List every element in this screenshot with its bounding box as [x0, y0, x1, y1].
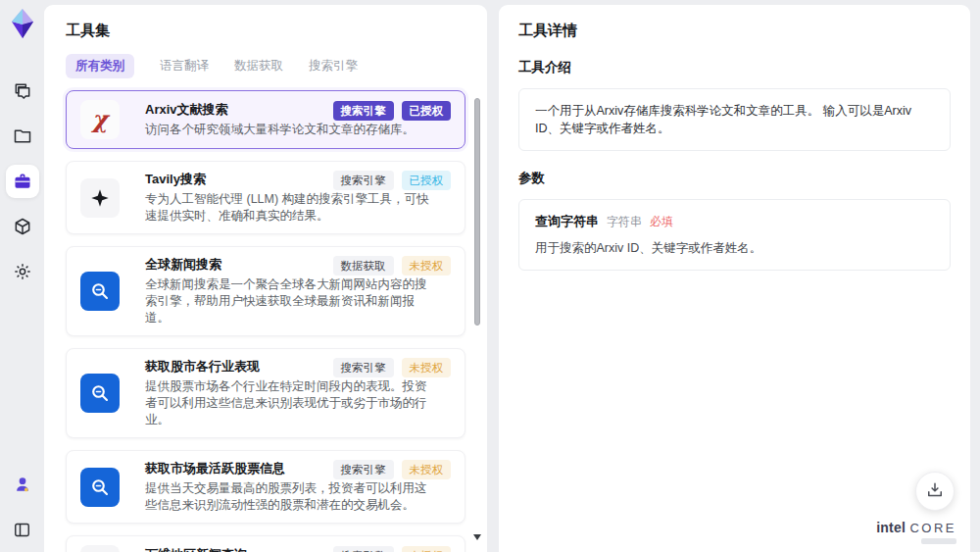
details-title: 工具详情	[518, 21, 951, 40]
category-tabs: 所有类别语言翻译数据获取搜索引擎	[66, 54, 466, 77]
sidebar-item-settings[interactable]	[6, 255, 39, 288]
tool-card[interactable]: 全球新闻搜索 数据获取 未授权 全球新闻搜索是一个聚合全球各大新闻网站内容的搜索…	[66, 246, 466, 336]
download-button[interactable]	[915, 472, 955, 511]
category-badge: 搜索引擎	[333, 101, 394, 121]
category-badge: 搜索引擎	[333, 358, 394, 377]
brand-core-text: CORE	[909, 521, 956, 535]
tool-list-panel: 工具集 所有类别语言翻译数据获取搜索引擎 χ Arxiv文献搜索 搜索引擎 已授…	[44, 5, 487, 552]
scrollbar-thumb[interactable]	[474, 98, 480, 326]
sidebar-item-packages[interactable]	[6, 210, 39, 243]
building-icon	[80, 545, 120, 552]
app-root: 工具集 所有类别语言翻译数据获取搜索引擎 χ Arxiv文献搜索 搜索引擎 已授…	[0, 0, 980, 552]
chat-icon	[13, 81, 32, 101]
param-type: 字符串	[607, 214, 642, 230]
tool-name: 全球新闻搜索	[145, 256, 221, 273]
cube-icon	[13, 217, 32, 236]
magnifier-app-icon	[80, 468, 120, 507]
category-badge: 搜索引擎	[333, 546, 394, 552]
sidebar	[0, 0, 44, 552]
intro-box: 一个用于从Arxiv存储库搜索科学论文和文章的工具。 输入可以是Arxiv ID…	[518, 88, 951, 151]
tool-card[interactable]: χ Arxiv文献搜索 搜索引擎 已授权 访问各个研究领域大量科学论文和文章的存…	[66, 90, 466, 149]
auth-status-badge: 未授权	[402, 546, 452, 552]
tool-card[interactable]: 获取股市各行业表现 搜索引擎 未授权 提供股票市场各个行业在特定时间段内的表现。…	[66, 348, 466, 438]
folder-icon	[13, 126, 32, 146]
sidebar-item-collapse[interactable]	[6, 513, 39, 546]
category-tab[interactable]: 语言翻译	[160, 54, 209, 78]
tool-card[interactable]: 万维地区新闻查询 搜索引擎 未授权 查询具体行政区划内的新闻，快速了解各地新闻动	[66, 535, 466, 552]
auth-status-badge: 已授权	[402, 101, 452, 121]
category-badge: 搜索引擎	[333, 460, 394, 479]
brand-intel-text: intel	[876, 520, 906, 535]
sparkle-icon	[80, 178, 120, 218]
user-icon	[13, 475, 32, 494]
sidebar-item-chat[interactable]	[6, 75, 39, 108]
tool-description: 提供当天交易量最高的股票列表，投资者可以利用这些信息来识别流动性强的股票和潜在的…	[145, 480, 431, 514]
tool-name: Arxiv文献搜索	[145, 101, 228, 118]
list-scrollbar[interactable]	[474, 91, 480, 542]
sidebar-item-toolbox[interactable]	[6, 165, 39, 198]
app-logo-icon	[8, 8, 37, 39]
category-badge: 搜索引擎	[333, 171, 394, 190]
tool-name: 获取市场最活跃股票信息	[145, 460, 285, 477]
category-badge: 数据获取	[333, 256, 394, 276]
auth-status-badge: 已授权	[402, 171, 452, 190]
tool-name: Tavily搜索	[145, 171, 206, 187]
magnifier-app-icon	[80, 272, 120, 311]
param-box: 查询字符串 字符串 必填 用于搜索的Arxiv ID、关键字或作者姓名。	[518, 199, 951, 271]
param-name: 查询字符串	[535, 213, 599, 230]
category-tab[interactable]: 数据获取	[234, 54, 283, 78]
magnifier-app-icon	[80, 374, 120, 413]
tool-list: χ Arxiv文献搜索 搜索引擎 已授权 访问各个研究领域大量科学论文和文章的存…	[66, 90, 466, 552]
brand-subtext-bar	[921, 538, 956, 544]
intro-text: 一个用于从Arxiv存储库搜索科学论文和文章的工具。 输入可以是Arxiv ID…	[535, 102, 934, 137]
page-title: 工具集	[66, 21, 466, 40]
intel-core-logo: intel CORE	[876, 520, 956, 544]
briefcase-icon	[13, 172, 32, 191]
category-tab[interactable]: 搜索引擎	[309, 54, 358, 78]
param-required-badge: 必填	[650, 214, 673, 230]
scrollbar-down-arrow-icon[interactable]	[473, 534, 481, 540]
intro-heading: 工具介绍	[518, 59, 951, 76]
tool-description: 全球新闻搜索是一个聚合全球各大新闻网站内容的搜索引擎，帮助用户快速获取全球最新资…	[145, 276, 431, 326]
auth-status-badge: 未授权	[402, 256, 452, 276]
content-panels: 工具集 所有类别语言翻译数据获取搜索引擎 χ Arxiv文献搜索 搜索引擎 已授…	[44, 0, 980, 552]
category-tab[interactable]: 所有类别	[66, 54, 134, 78]
download-icon	[925, 480, 945, 503]
sidebar-item-files[interactable]	[6, 120, 39, 153]
collapse-panel-icon	[13, 521, 31, 539]
sidebar-item-account[interactable]	[6, 468, 39, 501]
tool-description: 提供股票市场各个行业在特定时间段内的表现。投资者可以利用这些信息来识别表现优于或…	[145, 378, 431, 428]
arxiv-logo-icon: χ	[80, 100, 120, 139]
auth-status-badge: 未授权	[402, 358, 452, 377]
tool-card[interactable]: 获取市场最活跃股票信息 搜索引擎 未授权 提供当天交易量最高的股票列表，投资者可…	[66, 450, 466, 524]
auth-status-badge: 未授权	[402, 460, 452, 479]
params-heading: 参数	[518, 170, 951, 187]
tool-name: 获取股市各行业表现	[145, 358, 260, 375]
tool-description: 访问各个研究领域大量科学论文和文章的存储库。	[145, 122, 431, 138]
tool-card[interactable]: Tavily搜索 搜索引擎 已授权 专为人工智能代理 (LLM) 构建的搜索引擎…	[66, 161, 466, 234]
tool-details-panel: 工具详情 工具介绍 一个用于从Arxiv存储库搜索科学论文和文章的工具。 输入可…	[499, 5, 970, 552]
param-description: 用于搜索的Arxiv ID、关键字或作者姓名。	[535, 239, 934, 257]
gear-icon	[13, 262, 32, 281]
tool-name: 万维地区新闻查询	[145, 546, 247, 552]
param-header: 查询字符串 字符串 必填	[535, 213, 934, 230]
tool-description: 专为人工智能代理 (LLM) 构建的搜索引擎工具，可快速提供实时、准确和真实的结…	[145, 191, 431, 225]
